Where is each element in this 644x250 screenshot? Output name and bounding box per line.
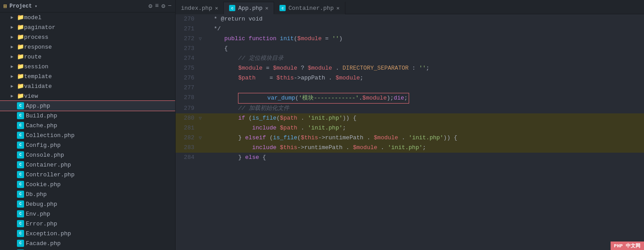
code-line: 275 $module = $module ? $module . DIRECT… — [176, 63, 644, 73]
line-content: } elseif (is_file($this->runtimePath . $… — [207, 133, 644, 143]
tree-label: route — [24, 54, 41, 60]
line-number: 271 — [176, 24, 198, 34]
code-line: 270 * @return void — [176, 14, 644, 24]
project-tree: ▶📁model▶📁paginator▶📁process▶📁response▶📁r… — [0, 12, 175, 250]
code-line: 280▽ if (is_file($path . 'init.php')) { — [176, 113, 644, 123]
tree-item[interactable]: CConfig.php — [0, 140, 175, 150]
tree-label: Exception.php — [26, 230, 71, 237]
tree-label: template — [24, 73, 52, 80]
code-line: 276 $path = $this->appPath . $module; — [176, 73, 644, 83]
file-c-icon: C — [17, 210, 24, 217]
tree-item[interactable]: CFacade.php — [0, 238, 175, 248]
arrow-icon: ▶ — [11, 83, 16, 89]
tree-item[interactable]: CException.php — [0, 229, 175, 238]
line-content: $path = $this->appPath . $module; — [207, 73, 644, 83]
editor-tab[interactable]: CApp.php✕ — [224, 2, 274, 14]
file-c-icon: C — [17, 200, 24, 208]
editor-tab[interactable]: CContainer.php✕ — [274, 2, 345, 14]
tree-label: response — [24, 44, 52, 50]
code-line: 282▽ } elseif (is_file($this->runtimePat… — [176, 133, 644, 143]
line-content: var_dump('模块------------'.$module);die; — [207, 93, 644, 104]
tree-label: model — [24, 14, 41, 21]
tree-label: session — [24, 63, 49, 70]
line-content: // 定位模块目录 — [207, 54, 644, 63]
tree-label: Debug.php — [26, 201, 57, 208]
folder-icon: ▤ — [4, 3, 7, 9]
tree-item[interactable]: ▶📁session — [0, 62, 175, 71]
tree-label: Controller.php — [26, 171, 74, 178]
tree-label: Container.php — [26, 162, 71, 168]
tab-label: App.php — [238, 5, 263, 12]
code-container[interactable]: 270 * @return void271 */272▽ public func… — [176, 14, 644, 250]
tab-label: Container.php — [288, 5, 333, 12]
tree-label: Console.php — [26, 152, 64, 158]
line-content: { — [207, 44, 644, 54]
tree-item[interactable]: CController.php — [0, 170, 175, 179]
sidebar-header: ▤ Project ▾ ⚙ ≡ ⚙ − — [0, 0, 175, 12]
tree-item[interactable]: ▶📁template — [0, 71, 175, 81]
file-c-icon: C — [17, 151, 24, 158]
line-number: 283 — [176, 143, 198, 153]
line-gutter: ▽ — [198, 133, 207, 143]
tab-close-button[interactable]: ✕ — [215, 5, 218, 12]
editor-tab[interactable]: index.php✕ — [176, 2, 224, 14]
tree-label: Db.php — [26, 191, 47, 198]
tab-close-button[interactable]: ✕ — [336, 5, 340, 12]
tree-item[interactable]: CCookie.php — [0, 179, 175, 189]
tree-item[interactable]: CContainer.php — [0, 160, 175, 170]
line-number: 281 — [176, 123, 198, 133]
tree-item[interactable]: CEnv.php — [0, 209, 175, 219]
line-gutter — [198, 143, 207, 153]
minimize-icon[interactable]: − — [168, 2, 172, 10]
line-gutter — [198, 73, 207, 83]
tree-item[interactable]: ▶📁model — [0, 12, 175, 22]
line-gutter — [198, 63, 207, 73]
tree-item[interactable]: CDb.php — [0, 189, 175, 199]
arrow-icon: ▶ — [11, 44, 16, 50]
php-badge: PHP 中文网 — [611, 242, 644, 250]
line-number: 282 — [176, 133, 198, 143]
editor-area: index.php✕CApp.php✕CContainer.php✕ 270 *… — [176, 0, 644, 250]
tree-item[interactable]: CCollection.php — [0, 130, 175, 140]
tree-item[interactable]: ▶📁validate — [0, 81, 175, 91]
line-gutter — [198, 104, 207, 113]
sidebar-title: ▤ Project ▾ — [4, 3, 37, 9]
collapse-icon[interactable]: ≡ — [155, 2, 159, 10]
tab-label: index.php — [181, 5, 212, 12]
folder-icon: 📁 — [17, 14, 24, 21]
tree-label: Env.php — [26, 211, 50, 217]
file-c-icon: C — [17, 112, 24, 119]
settings-icon[interactable]: ⚙ — [148, 2, 152, 10]
tree-item[interactable]: ▶📁view — [0, 91, 175, 101]
tree-item[interactable]: ▶📁paginator — [0, 22, 175, 32]
arrow-icon: ▶ — [11, 74, 16, 79]
file-c-icon: C — [17, 240, 24, 247]
tree-item[interactable]: CConsole.php — [0, 150, 175, 160]
tree-item[interactable]: ▶📁response — [0, 42, 175, 52]
code-line: 274 // 定位模块目录 — [176, 54, 644, 63]
tree-item[interactable]: CDebug.php — [0, 199, 175, 209]
tree-item[interactable]: CFile.php — [0, 248, 175, 250]
tree-item[interactable]: CError.php — [0, 219, 175, 229]
options-icon[interactable]: ⚙ — [161, 2, 165, 10]
arrow-icon: ▶ — [11, 64, 16, 69]
code-line: 272▽ public function init($module = '') — [176, 34, 644, 44]
tree-item[interactable]: ▶📁route — [0, 52, 175, 62]
arrow-icon: ▶ — [11, 15, 16, 20]
tree-item[interactable]: CApp.php — [0, 101, 175, 111]
tree-item[interactable]: CCache.php — [0, 121, 175, 130]
file-c-icon: C — [17, 122, 24, 129]
tree-item[interactable]: ▶📁process — [0, 32, 175, 42]
tab-close-button[interactable]: ✕ — [265, 5, 268, 12]
file-c-icon: C — [17, 191, 24, 198]
code-lines: 270 * @return void271 */272▽ public func… — [176, 14, 644, 162]
line-content: public function init($module = '') — [207, 34, 644, 44]
line-gutter: ▽ — [198, 113, 207, 123]
line-gutter — [198, 123, 207, 133]
file-c-icon: C — [17, 230, 24, 237]
chevron-down-icon: ▾ — [35, 4, 37, 9]
tree-item[interactable]: CBuild.php — [0, 111, 175, 121]
code-line: 284 } else { — [176, 153, 644, 162]
file-c-icon: C — [17, 102, 24, 109]
tree-label: paginator — [24, 24, 55, 31]
